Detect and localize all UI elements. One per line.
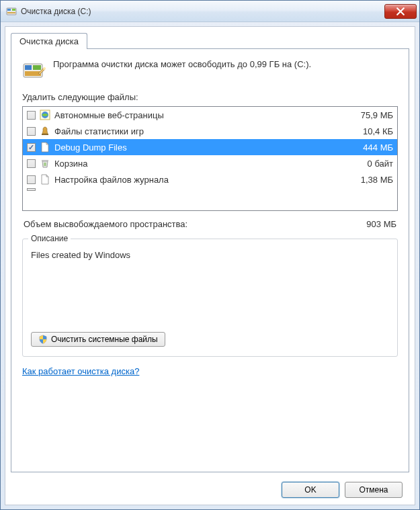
list-item[interactable]: Файлы статистики игр 10,4 КБ [23,123,397,139]
checkbox[interactable] [27,159,36,168]
file-size: 75,9 МБ [346,110,393,120]
list-item[interactable]: Настройка файлов журнала 1,38 МБ [23,171,397,187]
svg-rect-3 [7,12,15,13]
total-row: Объем высвобождаемого пространства: 903 … [22,219,398,229]
intro-text: Программа очистки диска может освободить… [53,58,311,71]
clean-system-files-button[interactable]: Очистить системные файлы [31,332,165,347]
checkbox[interactable] [27,175,36,184]
dialog-footer: OK Отмена [11,475,409,498]
description-text: Files created by Windows [31,250,389,324]
description-group: Описание Files created by Windows Очисти… [22,239,398,357]
disk-cleanup-icon [6,6,17,17]
list-item[interactable]: Автономные веб-страницы 75,9 МБ [23,107,397,123]
total-value: 903 МБ [366,219,396,229]
list-label: Удалить следующие файлы: [22,92,398,102]
window-title: Очистка диска (C:) [21,7,384,16]
list-item[interactable]: Корзина 0 байт [23,155,397,171]
intro-section: Программа очистки диска может освободить… [22,58,398,83]
file-name: Автономные веб-страницы [54,110,342,120]
recycle-icon [40,158,50,169]
dialog-window: Очистка диска (C:) Очистка диска [0,0,420,510]
tab-cleanup[interactable]: Очистка диска [11,33,87,49]
chess-icon [40,126,50,136]
total-label: Объем высвобождаемого пространства: [24,219,187,229]
file-name: Debug Dump Files [54,142,342,153]
disk-cleanup-large-icon [22,58,46,83]
file-icon [40,174,50,185]
close-button[interactable] [384,4,417,19]
list-item[interactable]: Debug Dump Files 444 МБ [23,139,397,155]
file-name: Файлы статистики игр [54,126,342,136]
checkbox[interactable] [27,127,36,136]
file-name: Корзина [54,159,342,169]
file-name: Настройка файлов журнала [54,175,342,185]
file-size: 10,4 КБ [346,126,393,136]
titlebar[interactable]: Очистка диска (C:) [1,1,419,22]
cancel-button[interactable]: Отмена [345,482,403,498]
button-label: Очистить системные файлы [51,335,158,344]
svg-rect-2 [12,9,15,11]
list-item-partial[interactable] [23,187,397,192]
ok-button[interactable]: OK [282,482,339,498]
checkbox[interactable] [27,188,36,191]
file-icon [40,142,50,153]
checkbox[interactable] [27,143,36,152]
svg-rect-11 [42,134,48,135]
client-area: Очистка диска Программа очистки диска мо… [5,26,415,505]
svg-rect-1 [7,9,11,11]
globe-icon [40,110,50,120]
checkbox[interactable] [27,111,36,120]
group-label: Описание [28,234,71,243]
svg-rect-12 [42,160,48,161]
file-size: 1,38 МБ [346,175,393,185]
file-size: 444 МБ [346,142,393,153]
file-size: 0 байт [346,159,393,169]
svg-rect-5 [25,65,32,70]
tab-content: Программа очистки диска может освободить… [11,48,409,472]
svg-point-8 [43,67,46,70]
file-list[interactable]: Автономные веб-страницы 75,9 МБ Файлы ст… [22,106,398,211]
tabs: Очистка диска [11,32,409,48]
svg-rect-6 [33,65,41,70]
help-link[interactable]: Как работает очистка диска? [22,366,398,376]
shield-icon [38,335,48,344]
